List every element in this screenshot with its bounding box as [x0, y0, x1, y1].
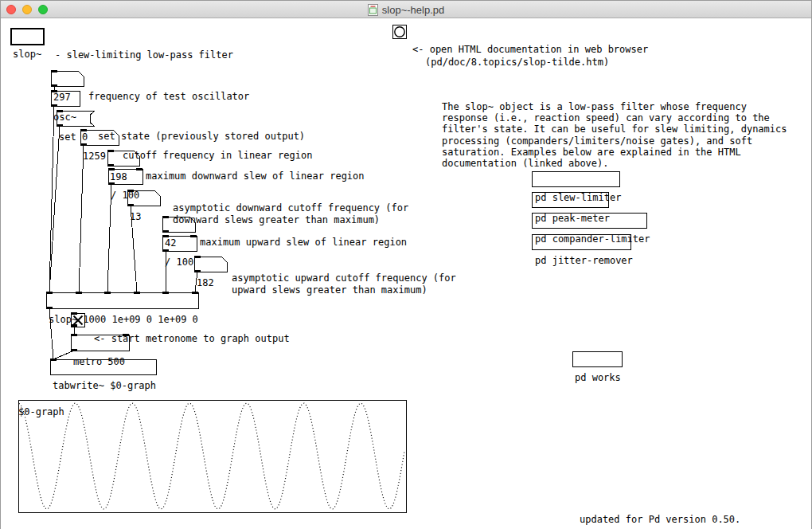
pd-compander-limiter-label[interactable]: pd compander-limiter: [535, 233, 650, 245]
down-asym-comment: asymptotic downward cutoff frequency (fo…: [173, 202, 408, 225]
down-slew-number-value[interactable]: 198: [110, 171, 127, 182]
patch-canvas[interactable]: slop~ - slew-limiting low-pass filter <-…: [1, 19, 811, 529]
window-title: slop~-help.pd: [382, 4, 444, 16]
up-slew-number-value[interactable]: 42: [165, 237, 176, 249]
pd-file-icon: [368, 4, 378, 16]
freq-comment: frequency of test oscillator: [88, 91, 249, 102]
div100-up-label[interactable]: / 100: [165, 257, 193, 268]
graph-array-frame: [19, 401, 407, 513]
pd-window: slop~-help.pd: [0, 0, 812, 529]
main-object-box[interactable]: [11, 29, 44, 45]
doc-path-comment: (pd/doc/8.topics/slop-tilde.htm): [425, 57, 609, 68]
tagline-comment: - slew-limiting low-pass filter: [55, 49, 233, 61]
pd-slew-limiter-box[interactable]: [533, 172, 620, 187]
down-slew-comment: maximum downward slew of linear region: [146, 170, 365, 182]
up-asym-comment: asymptotic upward cutoff frequency (for …: [232, 272, 456, 296]
graph-label: $0-graph: [18, 406, 64, 417]
titlebar[interactable]: slop~-help.pd: [1, 1, 811, 18]
pd-works-box[interactable]: [573, 352, 623, 367]
set-comment: set state (previously stored output): [98, 131, 305, 142]
tabwrite-object-label[interactable]: tabwrite~ $0-graph: [53, 380, 156, 391]
down-asym-number-value[interactable]: 13: [130, 211, 141, 222]
pd-slew-limiter-label[interactable]: pd slew-limiter: [535, 192, 621, 203]
pd-works-label[interactable]: pd works: [575, 372, 621, 383]
cutoff-comment: cutoff frequency in linear region: [123, 150, 312, 161]
cutoff-number-value[interactable]: 1259: [83, 151, 106, 162]
div100-down-label[interactable]: / 100: [111, 190, 139, 201]
main-object-label[interactable]: slop~: [13, 49, 41, 60]
bang-circle-icon: [395, 27, 404, 37]
footer-comment: updated for Pd version 0.50.: [580, 514, 740, 525]
doc-comment: <- open HTML documentation in web browse…: [412, 44, 648, 55]
pd-jitter-remover-label[interactable]: pd jitter-remover: [535, 255, 633, 266]
toggle-comment: <- start metronome to graph output: [94, 333, 290, 344]
up-asym-number-box[interactable]: [195, 257, 228, 272]
graph-sine-trace: [19, 403, 404, 509]
pd-peak-meter-label[interactable]: pd peak-meter: [535, 213, 610, 224]
slop-object-label[interactable]: slop~ 1000 1e+09 0 1e+09 0: [49, 314, 198, 325]
metro-object-label[interactable]: metro 500: [73, 356, 125, 367]
freq-number-box[interactable]: [52, 72, 84, 87]
set-message-label[interactable]: set 0: [59, 131, 88, 143]
osc-object-label[interactable]: osc~: [53, 112, 76, 123]
slop-object-box[interactable]: [47, 293, 199, 309]
freq-number-value[interactable]: 297: [53, 92, 71, 103]
up-asym-number-value[interactable]: 182: [197, 277, 214, 288]
description-comment: The slop~ object is a low-pass filter wh…: [442, 101, 787, 169]
doc-bang-box[interactable]: [393, 25, 407, 39]
up-slew-comment: maximum upward slew of linear region: [200, 237, 407, 248]
